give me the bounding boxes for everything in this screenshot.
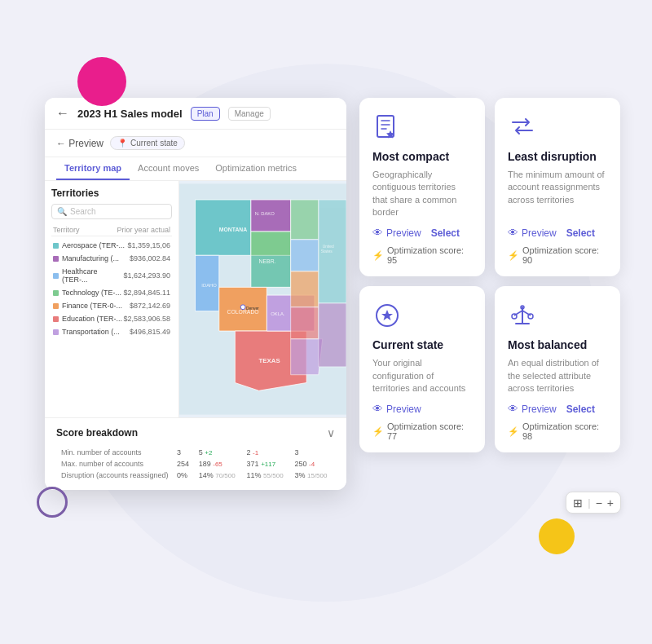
territory-row-6: Transportation (... $496,815.49 [51, 325, 172, 338]
card-least-disruption: Least disruption The minimum amount of a… [495, 98, 620, 276]
cards-panel: Most compact Geographically contiguous t… [359, 98, 620, 452]
svg-marker-9 [291, 200, 319, 240]
svg-text:TEXAS: TEXAS [259, 357, 280, 364]
select-least-disruption-button[interactable]: Select [566, 227, 595, 239]
territory-row-0: Aerospace (TER-... $1,359,15,06 [51, 239, 172, 252]
card-most-compact-title: Most compact [372, 150, 472, 164]
svg-point-34 [528, 314, 533, 319]
document-star-icon [372, 112, 402, 142]
preview-most-compact-button[interactable]: 👁 Preview [372, 227, 421, 239]
eye-icon: 👁 [372, 403, 383, 415]
preview-most-balanced-button[interactable]: 👁 Preview [508, 403, 557, 415]
preview-label: ← Preview [56, 138, 104, 149]
eye-icon: 👁 [508, 403, 518, 415]
tab-optimization-metrics[interactable]: Optimization metrics [207, 157, 305, 180]
main-content: ← 2023 H1 Sales model Plan Manage ← Prev… [45, 98, 619, 490]
card-current-state-desc: Your original configuration of territori… [372, 357, 472, 395]
score-breakdown: Score breakdown ∨ Min. number of account… [45, 417, 346, 490]
app-sub-header: ← Preview 📍 Current state [45, 130, 346, 157]
location-icon: 📍 [117, 139, 127, 148]
svg-text:States: States [321, 249, 333, 254]
card-most-balanced-actions: 👁 Preview Select [508, 403, 607, 415]
app-body: Territories 🔍 Search Territory Prior yea… [45, 181, 346, 417]
app-title: 2023 H1 Sales model [77, 108, 183, 120]
zoom-minus-button[interactable]: − [596, 497, 602, 509]
current-state-badge: 📍 Current state [110, 136, 185, 150]
decorative-dot-purple [37, 487, 68, 518]
back-arrow-icon[interactable]: ← [56, 106, 69, 121]
app-tabs: Territory map Account moves Optimization… [45, 157, 346, 181]
card-most-compact-desc: Geographically contiguous territories th… [372, 169, 472, 219]
score-icon: ⚡ [508, 426, 519, 437]
zoom-fit-button[interactable]: ⊞ [573, 497, 583, 509]
map-svg: MONTANA IDAHO N. DAKO NEBR. COLORADO TEX… [179, 181, 346, 417]
score-icon: ⚡ [372, 250, 384, 261]
search-icon: 🔍 [57, 207, 67, 216]
eye-icon: 👁 [372, 227, 383, 239]
map-area: MONTANA IDAHO N. DAKO NEBR. COLORADO TEX… [179, 181, 346, 417]
zoom-plus-button[interactable]: + [607, 497, 614, 509]
svg-marker-13 [291, 339, 323, 375]
opt-score-most-compact: ⚡ Optimization score: 95 [372, 245, 472, 265]
territory-row-3: Technology (TE-... $2,894,845.11 [51, 286, 172, 299]
svg-marker-15 [319, 303, 346, 367]
preview-current-state-button[interactable]: 👁 Preview [372, 403, 421, 415]
opt-score-current-state: ⚡ Optimization score: 77 [372, 421, 472, 441]
opt-score-least-disruption: ⚡ Optimization score: 90 [508, 245, 607, 265]
opt-score-most-balanced: ⚡ Optimization score: 98 [508, 421, 607, 441]
card-most-compact: Most compact Geographically contiguous t… [359, 98, 485, 276]
decorative-dot-yellow [539, 518, 575, 554]
svg-marker-11 [291, 271, 319, 307]
territory-row-2: Healthcare (TER-... $1,624,293.90 [51, 265, 172, 286]
score-table: Min. number of accounts 3 5 +2 2 -1 3 Ma… [56, 446, 335, 482]
svg-text:MONTANA: MONTANA [219, 227, 247, 232]
territory-sidebar: Territories 🔍 Search Territory Prior yea… [45, 181, 179, 417]
card-least-disruption-desc: The minimum amount of account reassignme… [508, 169, 607, 219]
score-breakdown-title: Score breakdown [56, 427, 138, 439]
svg-text:N. DAKO: N. DAKO [255, 212, 275, 217]
card-current-state-actions: 👁 Preview [372, 403, 472, 415]
score-header: Score breakdown ∨ [56, 426, 335, 439]
eye-icon: 👁 [508, 227, 518, 239]
search-box[interactable]: 🔍 Search [51, 204, 172, 219]
score-row-0: Min. number of accounts 3 5 +2 2 -1 3 [58, 448, 333, 457]
card-most-balanced: Most balanced An equal distribution of t… [495, 286, 620, 452]
star-circle-icon [372, 301, 402, 330]
tab-territory-map[interactable]: Territory map [56, 157, 130, 180]
collapse-icon[interactable]: ∨ [327, 426, 335, 439]
score-icon: ⚡ [372, 426, 384, 437]
select-most-balanced-button[interactable]: Select [566, 404, 595, 415]
card-least-disruption-title: Least disruption [508, 150, 607, 164]
svg-text:IDAHO: IDAHO [201, 283, 217, 288]
card-most-balanced-desc: An equal distribution of the selected at… [508, 357, 607, 395]
territory-table-header: Territory Prior year actual [51, 224, 172, 236]
svg-text:Denver: Denver [246, 307, 259, 311]
fit-icon: ⊞ [573, 496, 583, 509]
svg-text:United: United [323, 245, 334, 249]
territory-row-5: Education (TER-... $2,583,906.58 [51, 312, 172, 325]
search-placeholder: Search [70, 207, 96, 216]
svg-marker-10 [291, 240, 319, 271]
territory-row-4: Finance (TER-0-... $872,142.69 [51, 299, 172, 312]
svg-point-25 [240, 305, 245, 310]
svg-marker-12 [291, 307, 319, 339]
zoom-controls: ⊞ | − + [566, 492, 621, 514]
divider: | [588, 496, 590, 509]
decorative-dot-pink [77, 57, 126, 106]
score-row-2: Disruption (accounts reassigned) 0% 14% … [58, 470, 333, 480]
score-icon: ⚡ [508, 250, 519, 261]
scale-icon [508, 301, 537, 330]
card-current-state-title: Current state [372, 338, 472, 352]
plan-badge[interactable]: Plan [191, 107, 220, 121]
manage-badge[interactable]: Manage [228, 107, 271, 121]
preview-least-disruption-button[interactable]: 👁 Preview [508, 227, 557, 239]
card-least-disruption-actions: 👁 Preview Select [508, 227, 607, 239]
card-current-state: Current state Your original configuratio… [359, 286, 485, 452]
app-panel: ← 2023 H1 Sales model Plan Manage ← Prev… [45, 98, 346, 490]
svg-text:NEBR.: NEBR. [259, 258, 276, 264]
svg-point-33 [512, 314, 517, 319]
svg-text:OKLA.: OKLA. [271, 311, 285, 316]
select-most-compact-button[interactable]: Select [431, 227, 460, 239]
card-most-compact-actions: 👁 Preview Select [372, 227, 472, 239]
tab-account-moves[interactable]: Account moves [130, 157, 207, 180]
